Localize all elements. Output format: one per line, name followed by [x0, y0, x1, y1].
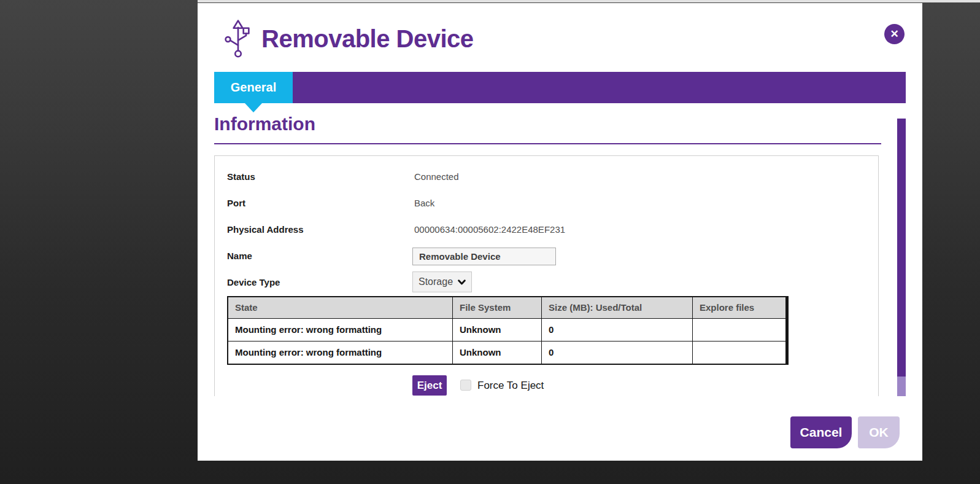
- column-header-size: Size (MB): Used/Total: [542, 297, 692, 318]
- physical-address-row: Physical Address 00000634:00005602:2422E…: [215, 222, 878, 237]
- status-label: Status: [227, 170, 255, 184]
- partitions-table: State File System Size (MB): Used/Total …: [227, 296, 789, 365]
- port-label: Port: [227, 196, 245, 211]
- table-row-2-state: Mounting error: wrong formatting: [228, 342, 452, 364]
- port-row: Port Back: [215, 196, 878, 211]
- table-row-2-size: 0: [542, 342, 692, 364]
- scrollbar-track[interactable]: [897, 377, 906, 396]
- information-panel: Status Connected Port Back Physical Addr…: [214, 155, 879, 396]
- column-header-explore-files: Explore files: [693, 297, 785, 318]
- port-value: Back: [414, 196, 434, 211]
- physical-address-label: Physical Address: [227, 222, 304, 237]
- name-input[interactable]: [412, 248, 556, 265]
- status-row: Status Connected: [215, 170, 878, 184]
- table-row-2-file-system: Unknown: [453, 342, 541, 364]
- table-row-1-size: 0: [542, 319, 692, 341]
- scrollbar-thumb[interactable]: [897, 119, 906, 377]
- cancel-button[interactable]: Cancel: [790, 416, 852, 448]
- section-underline: [214, 143, 881, 144]
- active-tab-pointer: [245, 103, 262, 112]
- device-type-row: Device Type: [215, 275, 878, 290]
- name-label: Name: [227, 249, 252, 263]
- force-to-eject-label: Force To Eject: [477, 375, 544, 396]
- table-row-1-file-system: Unknown: [453, 319, 541, 341]
- column-header-file-system: File System: [453, 297, 541, 318]
- removable-device-dialog: Removable Device ✕ General Information S…: [198, 3, 922, 461]
- device-type-label: Device Type: [227, 275, 280, 290]
- physical-address-value: 00000634:00005602:2422E48EF231: [414, 222, 565, 237]
- close-icon[interactable]: ✕: [884, 24, 905, 44]
- tab-bar: General: [214, 72, 906, 103]
- column-header-state: State: [228, 297, 452, 318]
- usb-icon: [221, 19, 255, 60]
- section-heading: Information: [214, 114, 315, 135]
- chevron-down-icon: [458, 279, 466, 286]
- dialog-title: Removable Device: [261, 25, 474, 53]
- status-value: Connected: [414, 170, 459, 184]
- eject-button[interactable]: Eject: [412, 375, 447, 396]
- ok-button[interactable]: OK: [858, 416, 900, 448]
- force-to-eject-checkbox[interactable]: [460, 380, 471, 391]
- tab-general[interactable]: General: [214, 72, 293, 103]
- device-type-value: Storage: [419, 276, 453, 287]
- table-row-2-explore-files: [693, 342, 785, 364]
- table-row-1-state: Mounting error: wrong formatting: [228, 319, 452, 341]
- table-row-1-explore-files: [693, 319, 785, 341]
- device-type-select[interactable]: Storage: [412, 271, 472, 292]
- page-top-strip: [198, 0, 980, 2]
- eject-row: Eject Force To Eject: [215, 375, 878, 396]
